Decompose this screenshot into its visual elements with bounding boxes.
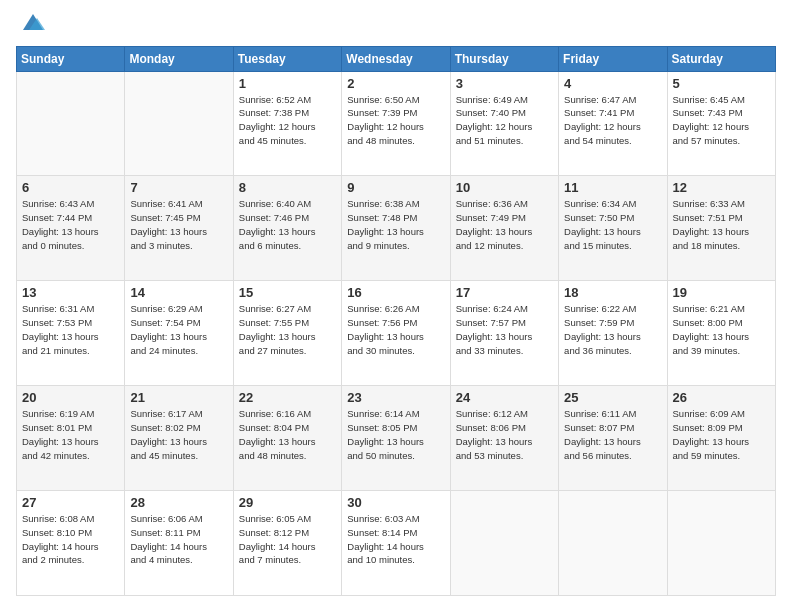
day-number: 9 [347, 180, 444, 195]
logo-icon [19, 10, 47, 34]
day-cell-20: 20Sunrise: 6:19 AM Sunset: 8:01 PM Dayli… [17, 386, 125, 491]
day-cell-6: 6Sunrise: 6:43 AM Sunset: 7:44 PM Daylig… [17, 176, 125, 281]
day-cell-15: 15Sunrise: 6:27 AM Sunset: 7:55 PM Dayli… [233, 281, 341, 386]
day-info: Sunrise: 6:52 AM Sunset: 7:38 PM Dayligh… [239, 93, 336, 148]
day-info: Sunrise: 6:38 AM Sunset: 7:48 PM Dayligh… [347, 197, 444, 252]
day-info: Sunrise: 6:14 AM Sunset: 8:05 PM Dayligh… [347, 407, 444, 462]
empty-cell [559, 491, 667, 596]
weekday-header-row: SundayMondayTuesdayWednesdayThursdayFrid… [17, 46, 776, 71]
day-cell-2: 2Sunrise: 6:50 AM Sunset: 7:39 PM Daylig… [342, 71, 450, 176]
day-info: Sunrise: 6:49 AM Sunset: 7:40 PM Dayligh… [456, 93, 553, 148]
day-cell-30: 30Sunrise: 6:03 AM Sunset: 8:14 PM Dayli… [342, 491, 450, 596]
day-info: Sunrise: 6:31 AM Sunset: 7:53 PM Dayligh… [22, 302, 119, 357]
day-cell-19: 19Sunrise: 6:21 AM Sunset: 8:00 PM Dayli… [667, 281, 775, 386]
day-info: Sunrise: 6:17 AM Sunset: 8:02 PM Dayligh… [130, 407, 227, 462]
day-cell-23: 23Sunrise: 6:14 AM Sunset: 8:05 PM Dayli… [342, 386, 450, 491]
day-info: Sunrise: 6:09 AM Sunset: 8:09 PM Dayligh… [673, 407, 770, 462]
day-cell-3: 3Sunrise: 6:49 AM Sunset: 7:40 PM Daylig… [450, 71, 558, 176]
day-cell-5: 5Sunrise: 6:45 AM Sunset: 7:43 PM Daylig… [667, 71, 775, 176]
day-info: Sunrise: 6:34 AM Sunset: 7:50 PM Dayligh… [564, 197, 661, 252]
day-cell-1: 1Sunrise: 6:52 AM Sunset: 7:38 PM Daylig… [233, 71, 341, 176]
day-info: Sunrise: 6:33 AM Sunset: 7:51 PM Dayligh… [673, 197, 770, 252]
day-cell-21: 21Sunrise: 6:17 AM Sunset: 8:02 PM Dayli… [125, 386, 233, 491]
day-cell-7: 7Sunrise: 6:41 AM Sunset: 7:45 PM Daylig… [125, 176, 233, 281]
day-number: 7 [130, 180, 227, 195]
day-info: Sunrise: 6:08 AM Sunset: 8:10 PM Dayligh… [22, 512, 119, 567]
day-info: Sunrise: 6:11 AM Sunset: 8:07 PM Dayligh… [564, 407, 661, 462]
page: SundayMondayTuesdayWednesdayThursdayFrid… [0, 0, 792, 612]
day-info: Sunrise: 6:16 AM Sunset: 8:04 PM Dayligh… [239, 407, 336, 462]
empty-cell [125, 71, 233, 176]
day-number: 29 [239, 495, 336, 510]
week-row-3: 13Sunrise: 6:31 AM Sunset: 7:53 PM Dayli… [17, 281, 776, 386]
day-cell-29: 29Sunrise: 6:05 AM Sunset: 8:12 PM Dayli… [233, 491, 341, 596]
day-number: 14 [130, 285, 227, 300]
day-info: Sunrise: 6:41 AM Sunset: 7:45 PM Dayligh… [130, 197, 227, 252]
logo [16, 16, 47, 36]
weekday-thursday: Thursday [450, 46, 558, 71]
day-number: 11 [564, 180, 661, 195]
day-cell-16: 16Sunrise: 6:26 AM Sunset: 7:56 PM Dayli… [342, 281, 450, 386]
day-number: 16 [347, 285, 444, 300]
day-number: 4 [564, 76, 661, 91]
weekday-saturday: Saturday [667, 46, 775, 71]
day-number: 27 [22, 495, 119, 510]
day-info: Sunrise: 6:03 AM Sunset: 8:14 PM Dayligh… [347, 512, 444, 567]
empty-cell [17, 71, 125, 176]
day-cell-12: 12Sunrise: 6:33 AM Sunset: 7:51 PM Dayli… [667, 176, 775, 281]
day-cell-10: 10Sunrise: 6:36 AM Sunset: 7:49 PM Dayli… [450, 176, 558, 281]
day-number: 19 [673, 285, 770, 300]
day-cell-27: 27Sunrise: 6:08 AM Sunset: 8:10 PM Dayli… [17, 491, 125, 596]
day-cell-28: 28Sunrise: 6:06 AM Sunset: 8:11 PM Dayli… [125, 491, 233, 596]
weekday-friday: Friday [559, 46, 667, 71]
day-number: 28 [130, 495, 227, 510]
day-cell-14: 14Sunrise: 6:29 AM Sunset: 7:54 PM Dayli… [125, 281, 233, 386]
day-cell-8: 8Sunrise: 6:40 AM Sunset: 7:46 PM Daylig… [233, 176, 341, 281]
week-row-4: 20Sunrise: 6:19 AM Sunset: 8:01 PM Dayli… [17, 386, 776, 491]
day-info: Sunrise: 6:12 AM Sunset: 8:06 PM Dayligh… [456, 407, 553, 462]
day-number: 3 [456, 76, 553, 91]
empty-cell [667, 491, 775, 596]
day-number: 1 [239, 76, 336, 91]
week-row-5: 27Sunrise: 6:08 AM Sunset: 8:10 PM Dayli… [17, 491, 776, 596]
day-number: 13 [22, 285, 119, 300]
day-info: Sunrise: 6:45 AM Sunset: 7:43 PM Dayligh… [673, 93, 770, 148]
day-cell-9: 9Sunrise: 6:38 AM Sunset: 7:48 PM Daylig… [342, 176, 450, 281]
day-number: 12 [673, 180, 770, 195]
day-number: 22 [239, 390, 336, 405]
day-info: Sunrise: 6:19 AM Sunset: 8:01 PM Dayligh… [22, 407, 119, 462]
day-number: 15 [239, 285, 336, 300]
day-number: 21 [130, 390, 227, 405]
day-info: Sunrise: 6:47 AM Sunset: 7:41 PM Dayligh… [564, 93, 661, 148]
day-number: 23 [347, 390, 444, 405]
empty-cell [450, 491, 558, 596]
day-number: 2 [347, 76, 444, 91]
day-info: Sunrise: 6:27 AM Sunset: 7:55 PM Dayligh… [239, 302, 336, 357]
day-number: 30 [347, 495, 444, 510]
day-info: Sunrise: 6:24 AM Sunset: 7:57 PM Dayligh… [456, 302, 553, 357]
day-info: Sunrise: 6:26 AM Sunset: 7:56 PM Dayligh… [347, 302, 444, 357]
day-cell-13: 13Sunrise: 6:31 AM Sunset: 7:53 PM Dayli… [17, 281, 125, 386]
header [16, 16, 776, 36]
day-cell-22: 22Sunrise: 6:16 AM Sunset: 8:04 PM Dayli… [233, 386, 341, 491]
day-cell-17: 17Sunrise: 6:24 AM Sunset: 7:57 PM Dayli… [450, 281, 558, 386]
day-info: Sunrise: 6:22 AM Sunset: 7:59 PM Dayligh… [564, 302, 661, 357]
day-cell-18: 18Sunrise: 6:22 AM Sunset: 7:59 PM Dayli… [559, 281, 667, 386]
weekday-monday: Monday [125, 46, 233, 71]
day-number: 6 [22, 180, 119, 195]
day-number: 8 [239, 180, 336, 195]
weekday-wednesday: Wednesday [342, 46, 450, 71]
day-number: 18 [564, 285, 661, 300]
day-cell-25: 25Sunrise: 6:11 AM Sunset: 8:07 PM Dayli… [559, 386, 667, 491]
day-number: 5 [673, 76, 770, 91]
day-number: 24 [456, 390, 553, 405]
day-number: 10 [456, 180, 553, 195]
weekday-tuesday: Tuesday [233, 46, 341, 71]
day-info: Sunrise: 6:40 AM Sunset: 7:46 PM Dayligh… [239, 197, 336, 252]
day-cell-11: 11Sunrise: 6:34 AM Sunset: 7:50 PM Dayli… [559, 176, 667, 281]
day-cell-26: 26Sunrise: 6:09 AM Sunset: 8:09 PM Dayli… [667, 386, 775, 491]
weekday-sunday: Sunday [17, 46, 125, 71]
week-row-2: 6Sunrise: 6:43 AM Sunset: 7:44 PM Daylig… [17, 176, 776, 281]
calendar-table: SundayMondayTuesdayWednesdayThursdayFrid… [16, 46, 776, 596]
day-info: Sunrise: 6:36 AM Sunset: 7:49 PM Dayligh… [456, 197, 553, 252]
